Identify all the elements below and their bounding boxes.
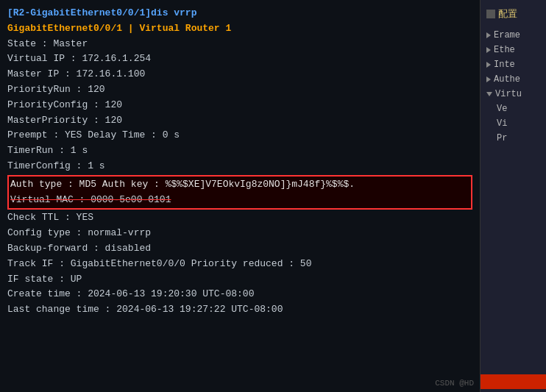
triangle-right-icon — [486, 47, 491, 53]
terminal-line: MasterPriority : 120 — [7, 113, 472, 129]
sidebar-item-label: Authe — [494, 74, 520, 85]
cmd-line: [R2-GigabitEthernet0/0/1]dis vrrp — [7, 6, 472, 21]
triangle-right-icon — [486, 76, 491, 82]
sidebar-item[interactable]: Ve — [481, 101, 546, 116]
virtual-mac-line: Virtual MAC : 0000-5e00-0101 — [10, 193, 469, 208]
terminal-line: Check TTL : YES — [7, 210, 472, 226]
terminal-line: Master IP : 172.16.1.100 — [7, 67, 472, 82]
terminal-line: IF state : UP — [7, 272, 472, 288]
sidebar-item[interactable]: Inte — [481, 57, 546, 72]
sidebar-item-label: Inte — [494, 60, 515, 70]
terminal-line: Preempt : YES Delay Time : 0 s — [7, 128, 472, 143]
sidebar-item[interactable]: Pr — [481, 131, 546, 146]
watermark: CSDN @HD — [435, 379, 474, 388]
lines-after-section: Check TTL : YES Config type : normal-vrr… — [7, 210, 472, 318]
terminal-line: Virtual IP : 172.16.1.254 — [7, 51, 472, 67]
terminal-line: Config type : normal-vrrp — [7, 226, 472, 241]
sidebar-items: ErameEtheInteAutheVirtuVeViPr — [481, 25, 546, 149]
highlighted-block: Auth type : MD5 Auth key : %$%$XE]V7EOkv… — [7, 175, 472, 210]
sidebar-item-label: Erame — [494, 30, 520, 40]
terminal-line: Track IF : GigabitEthernet0/0/0 Priority… — [7, 257, 472, 272]
terminal-line: Create time : 2024-06-13 19:20:30 UTC-08… — [7, 287, 472, 302]
terminal-line: Backup-forward : disabled — [7, 241, 472, 257]
header-line: GigabitEthernet0/0/1 | Virtual Router 1 — [7, 21, 472, 37]
sidebar-item-label: Virtu — [495, 89, 522, 99]
auth-line: Auth type : MD5 Auth key : %$%$XE]V7EOkv… — [10, 177, 469, 193]
terminal-line: TimerConfig : 1 s — [7, 159, 472, 174]
terminal-panel: [R2-GigabitEthernet0/0/1]dis vrrp Gigabi… — [0, 0, 480, 392]
terminal-line: State : Master — [7, 37, 472, 52]
terminal-line: PriorityRun : 120 — [7, 82, 472, 98]
sidebar-rect-icon — [486, 10, 495, 18]
sidebar-item-label: Ethe — [494, 45, 515, 55]
terminal-line: TimerRun : 1 s — [7, 143, 472, 159]
sidebar-item[interactable]: Vi — [481, 116, 546, 131]
sidebar-item[interactable]: Authe — [481, 72, 546, 87]
sidebar-item[interactable]: Virtu — [481, 87, 546, 101]
right-sidebar: 配置 ErameEtheInteAutheVirtuVeViPr — [480, 0, 546, 392]
sidebar-item-label: Vi — [497, 118, 507, 129]
terminal-line: PriorityConfig : 120 — [7, 98, 472, 113]
sidebar-item[interactable]: Ethe — [481, 43, 546, 57]
sidebar-top: 配置 — [481, 3, 546, 25]
sidebar-item-label: Ve — [497, 104, 507, 114]
sidebar-red-bar — [481, 374, 546, 389]
sidebar-item[interactable]: Erame — [481, 28, 546, 43]
triangle-down-icon — [486, 92, 492, 96]
sidebar-item-label: Pr — [497, 133, 507, 143]
terminal-line: Last change time : 2024-06-13 19:27:22 U… — [7, 302, 472, 318]
lines-before-section: State : Master Virtual IP : 172.16.1.254… — [7, 37, 472, 174]
sidebar-top-label: 配置 — [498, 7, 517, 21]
triangle-right-icon — [486, 62, 491, 68]
triangle-right-icon — [486, 32, 491, 38]
